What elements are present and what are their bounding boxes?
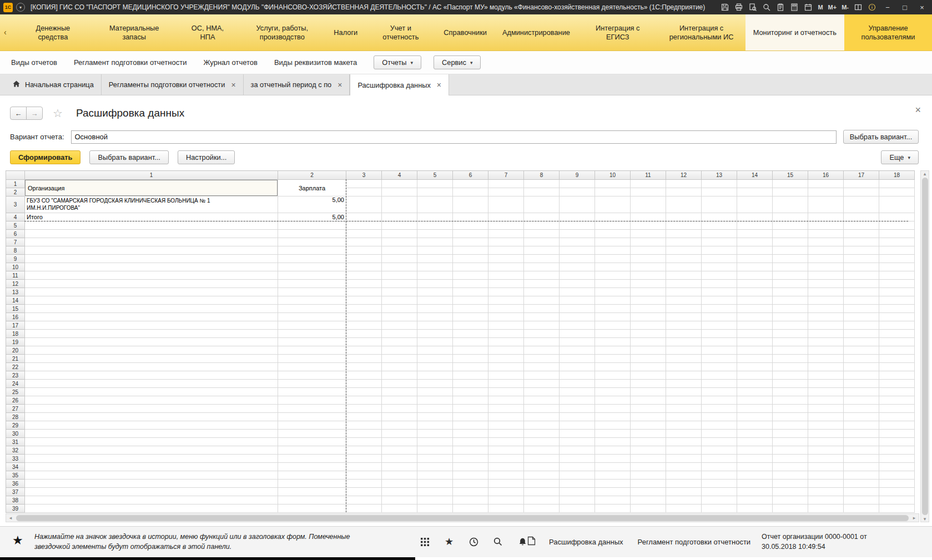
grid-cell[interactable] [879,321,915,330]
grid-cell[interactable] [808,413,844,421]
grid-cell[interactable] [417,488,453,496]
grid-cell[interactable] [808,313,844,321]
grid-cell[interactable] [879,421,915,430]
grid-cell[interactable] [702,263,737,271]
zoom-icon[interactable] [762,2,772,12]
grid-cell[interactable] [631,413,666,421]
grid-cell[interactable] [631,246,666,255]
tab-home[interactable]: Начальная страница [6,74,102,95]
grid-cell[interactable] [773,180,808,188]
grid-cell[interactable] [879,296,915,305]
grid-cell[interactable] [453,255,488,263]
grid-cell[interactable] [702,363,737,371]
grid-cell[interactable] [666,388,702,396]
grid-cell[interactable] [417,246,453,255]
apps-grid-icon[interactable] [419,536,430,547]
grid-cell[interactable] [560,255,595,263]
ribbon-section[interactable]: Интеграция с ЕГИСЗ [578,14,658,51]
grid-cell[interactable] [382,396,417,405]
grid-cell[interactable] [773,396,808,405]
grid-cell[interactable] [382,363,417,371]
grid-cell[interactable] [737,238,773,246]
grid-cell[interactable] [278,480,346,488]
grid-cell[interactable] [453,363,488,371]
grid-cell[interactable] [702,305,737,313]
grid-cell[interactable] [560,496,595,504]
column-header[interactable]: 11 [631,171,666,180]
grid-cell[interactable] [560,180,595,188]
row-header[interactable]: 19 [6,338,25,346]
grid-cell[interactable] [488,230,524,238]
grid-cell[interactable] [382,471,417,480]
grid-cell[interactable] [879,355,915,363]
row-header[interactable]: 35 [6,471,25,480]
grid-cell[interactable] [808,338,844,346]
grid-cell[interactable] [560,271,595,280]
grid-cell[interactable] [666,246,702,255]
grid-cell[interactable] [879,496,915,504]
grid-cell[interactable] [844,280,879,288]
grid-cell[interactable] [773,463,808,471]
grid-cell[interactable] [560,380,595,388]
grid-cell[interactable] [595,330,631,338]
grid-cell[interactable] [666,263,702,271]
grid-cell[interactable] [524,280,560,288]
grid-cell[interactable] [737,263,773,271]
grid-cell[interactable] [25,280,278,288]
row-header[interactable]: 36 [6,480,25,488]
grid-cell[interactable] [631,496,666,504]
grid-cell[interactable] [737,438,773,446]
grid-cell[interactable] [702,196,737,213]
grid-cell[interactable] [346,238,382,246]
grid-corner-cell[interactable] [6,171,25,180]
grid-cell[interactable] [417,388,453,396]
grid-cell[interactable] [417,413,453,421]
grid-cell[interactable] [25,455,278,463]
grid-cell[interactable] [278,388,346,396]
row-header[interactable]: 33 [6,455,25,463]
row-header[interactable]: 21 [6,355,25,363]
grid-cell[interactable] [737,463,773,471]
grid-cell[interactable] [879,271,915,280]
row-header[interactable]: 18 [6,330,25,338]
grid-cell[interactable] [25,363,278,371]
grid-cell[interactable] [524,355,560,363]
grid-cell[interactable] [737,255,773,263]
row-header[interactable]: 6 [6,230,25,238]
grid-cell[interactable] [773,455,808,463]
memory-add-button[interactable]: M+ [828,4,838,11]
row-header[interactable]: 5 [6,221,25,230]
row-header[interactable]: 22 [6,363,25,371]
grid-cell[interactable] [844,388,879,396]
grid-cell[interactable] [417,188,453,196]
grid-cell[interactable] [737,371,773,380]
grid-cell[interactable] [879,488,915,496]
grid-cell[interactable] [595,380,631,388]
grid-cell[interactable] [346,346,382,355]
grid-cell[interactable] [524,488,560,496]
cell-salary-header[interactable]: Зарплата [278,180,346,196]
grid-cell[interactable] [560,363,595,371]
row-header[interactable]: 15 [6,305,25,313]
grid-cell[interactable] [488,196,524,213]
grid-cell[interactable] [278,271,346,280]
grid-cell[interactable] [631,263,666,271]
grid-cell[interactable] [488,305,524,313]
favorite-star-icon[interactable]: ☆ [53,107,63,120]
grid-cell[interactable] [560,305,595,313]
grid-cell[interactable] [595,271,631,280]
grid-cell[interactable] [346,455,382,463]
grid-cell[interactable] [346,180,382,188]
grid-cell[interactable] [737,246,773,255]
grid-cell[interactable] [844,413,879,421]
grid-cell[interactable] [595,363,631,371]
scroll-left-icon[interactable]: ◂ [6,515,15,521]
grid-cell[interactable] [595,471,631,480]
info-icon[interactable] [867,2,877,12]
grid-cell[interactable] [524,438,560,446]
grid-cell[interactable] [382,271,417,280]
column-header[interactable]: 18 [879,171,915,180]
grid-cell[interactable] [524,263,560,271]
grid-cell[interactable] [382,421,417,430]
grid-cell[interactable] [524,471,560,480]
